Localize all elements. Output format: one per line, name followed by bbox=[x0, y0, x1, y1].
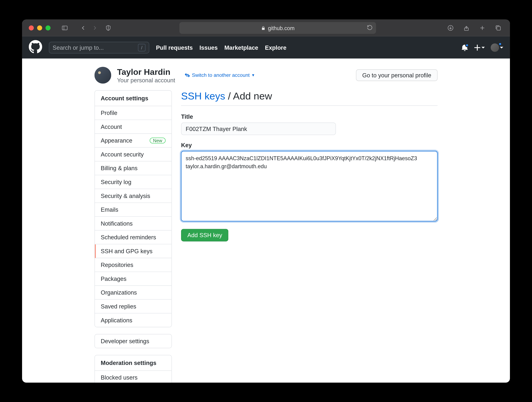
page-title: SSH keys / Add new bbox=[181, 90, 438, 106]
sidebar-item-label: Appearance bbox=[101, 137, 132, 144]
sidebar-heading-account: Account settings bbox=[95, 91, 171, 106]
sidebar-item-appearance[interactable]: Appearance New bbox=[95, 134, 171, 148]
address-bar[interactable]: github.com bbox=[179, 22, 376, 34]
github-logo[interactable] bbox=[29, 40, 42, 55]
sidebar-item-organizations[interactable]: Organizations bbox=[95, 286, 171, 300]
sidebar-item-packages[interactable]: Packages bbox=[95, 272, 171, 286]
sidebar-item-reminders[interactable]: Scheduled reminders bbox=[95, 231, 171, 245]
svg-rect-9 bbox=[497, 26, 500, 30]
sidebar-item-label: Security log bbox=[101, 179, 131, 185]
notifications-button[interactable] bbox=[461, 44, 468, 51]
new-tab-icon[interactable] bbox=[477, 23, 487, 33]
downloads-icon[interactable] bbox=[445, 23, 456, 33]
breadcrumb-current: / Add new bbox=[225, 90, 272, 101]
sidebar-item-label: Applications bbox=[101, 317, 132, 324]
window-controls bbox=[29, 25, 51, 30]
switch-account-link[interactable]: Switch to another account ▼ bbox=[184, 72, 255, 78]
sidebar-item-saved-replies[interactable]: Saved replies bbox=[95, 299, 171, 313]
new-badge: New bbox=[150, 137, 165, 143]
maximize-window-button[interactable] bbox=[46, 25, 51, 30]
settings-sidebar: Account settings Profile Account Appeara… bbox=[95, 90, 172, 383]
primary-nav: Pull requests Issues Marketplace Explore bbox=[156, 44, 286, 51]
sidebar-item-account-security[interactable]: Account security bbox=[95, 148, 171, 162]
sidebar-item-account[interactable]: Account bbox=[95, 120, 171, 134]
title-label: Title bbox=[181, 113, 438, 120]
account-subtitle: Your personal account bbox=[117, 77, 175, 83]
github-header: Search or jump to... / Pull requests Iss… bbox=[22, 36, 510, 58]
nav-issues[interactable]: Issues bbox=[199, 44, 218, 51]
sidebar-heading-moderation: Moderation settings bbox=[95, 355, 171, 371]
user-menu[interactable] bbox=[491, 43, 503, 52]
slash-key-hint: / bbox=[138, 44, 146, 51]
sidebar-item-label: SSH and GPG keys bbox=[101, 248, 152, 254]
sidebar-item-label: Scheduled reminders bbox=[101, 234, 156, 240]
nav-pulls[interactable]: Pull requests bbox=[156, 44, 193, 51]
chevron-down-icon bbox=[500, 46, 503, 48]
sidebar-item-emails[interactable]: Emails bbox=[95, 203, 171, 217]
sidebar-item-label: Account bbox=[101, 123, 122, 130]
sidebar-item-label: Emails bbox=[101, 206, 118, 213]
back-button[interactable] bbox=[78, 23, 88, 33]
nav-marketplace[interactable]: Marketplace bbox=[224, 44, 258, 51]
sidebar-item-label: Saved replies bbox=[101, 303, 136, 310]
sidebar-toggle-icon[interactable] bbox=[60, 23, 70, 33]
avatar bbox=[491, 43, 499, 52]
close-window-button[interactable] bbox=[29, 25, 34, 30]
sidebar-item-billing[interactable]: Billing & plans bbox=[95, 162, 171, 175]
user-status-indicator bbox=[498, 42, 502, 46]
sidebar-item-ssh-keys[interactable]: SSH and GPG keys bbox=[95, 244, 171, 258]
sidebar-item-blocked-users[interactable]: Blocked users bbox=[95, 371, 171, 383]
url-text: github.com bbox=[268, 25, 294, 31]
sidebar-item-label: Account security bbox=[101, 151, 144, 158]
sidebar-item-label: Billing & plans bbox=[101, 165, 138, 172]
sidebar-item-label: Blocked users bbox=[101, 374, 138, 381]
nav-explore[interactable]: Explore bbox=[265, 44, 286, 51]
safari-window: github.com Search o bbox=[22, 19, 510, 383]
sidebar-item-profile[interactable]: Profile bbox=[95, 106, 171, 120]
browser-toolbar: github.com bbox=[22, 19, 510, 36]
sidebar-item-label: Organizations bbox=[101, 289, 137, 296]
key-textarea[interactable] bbox=[181, 151, 438, 221]
title-input[interactable] bbox=[181, 123, 336, 135]
breadcrumb-ssh-keys[interactable]: SSH keys bbox=[181, 90, 225, 101]
sidebar-item-label: Security & analysis bbox=[101, 192, 150, 199]
sidebar-item-applications[interactable]: Applications bbox=[95, 313, 171, 327]
sidebar-item-repositories[interactable]: Repositories bbox=[95, 258, 171, 272]
sidebar-item-developer-settings[interactable]: Developer settings bbox=[95, 334, 171, 348]
sidebar-item-security-analysis[interactable]: Security & analysis bbox=[95, 189, 171, 203]
tabs-overview-icon[interactable] bbox=[493, 23, 503, 33]
main-content: SSH keys / Add new Title Key Add SSH key bbox=[181, 90, 438, 241]
share-icon[interactable] bbox=[461, 23, 471, 33]
reload-icon[interactable] bbox=[367, 24, 373, 31]
settings-header: Taylor Hardin Your personal account Swit… bbox=[95, 67, 438, 84]
user-name: Taylor Hardin bbox=[117, 67, 175, 77]
add-ssh-key-button[interactable]: Add SSH key bbox=[181, 229, 228, 241]
search-placeholder: Search or jump to... bbox=[53, 44, 104, 51]
shield-icon[interactable] bbox=[103, 23, 113, 33]
go-to-profile-button[interactable]: Go to your personal profile bbox=[356, 69, 437, 81]
svg-rect-0 bbox=[62, 26, 67, 30]
forward-button[interactable] bbox=[90, 23, 100, 33]
key-label: Key bbox=[181, 142, 438, 149]
sidebar-item-label: Profile bbox=[101, 110, 117, 116]
create-menu[interactable] bbox=[474, 44, 485, 51]
sidebar-item-label: Notifications bbox=[101, 220, 133, 227]
global-search[interactable]: Search or jump to... / bbox=[49, 41, 149, 53]
lock-icon bbox=[261, 26, 266, 30]
switch-account-label: Switch to another account bbox=[192, 72, 250, 78]
avatar bbox=[95, 67, 111, 84]
sidebar-item-label: Packages bbox=[101, 275, 127, 282]
sidebar-item-label: Repositories bbox=[101, 262, 133, 268]
notification-indicator bbox=[465, 43, 469, 47]
minimize-window-button[interactable] bbox=[37, 25, 42, 30]
sidebar-item-notifications[interactable]: Notifications bbox=[95, 217, 171, 231]
sidebar-item-security-log[interactable]: Security log bbox=[95, 175, 171, 189]
chevron-down-icon bbox=[481, 46, 485, 48]
